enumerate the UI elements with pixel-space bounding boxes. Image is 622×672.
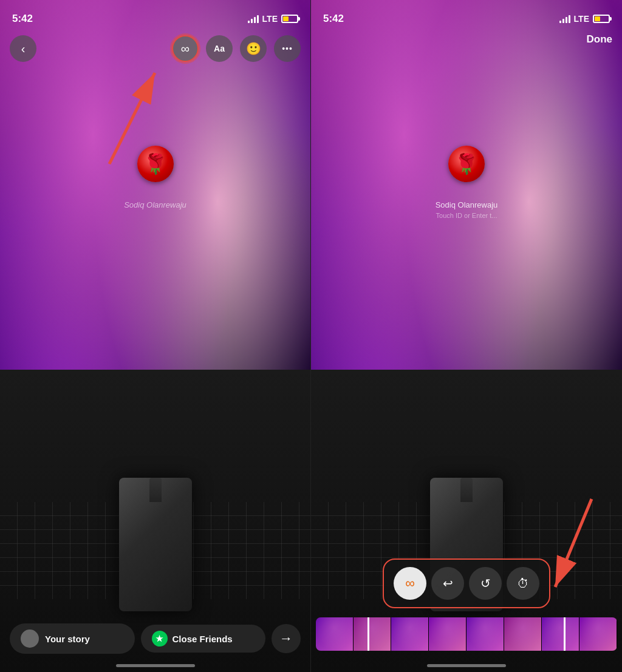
timeline-thumb-5 — [466, 617, 504, 651]
lte-label-left: LTE — [262, 14, 278, 24]
bottom-bar-left: Your story ★ Close Friends → — [0, 623, 310, 654]
username-right-text: Sodiq Olanrewaju — [436, 200, 498, 209]
left-phone-panel: 5:42 LTE ‹ ∞ Aa — [0, 0, 311, 672]
your-story-label: Your story — [45, 634, 90, 644]
rose-circle-left: 🌹 — [137, 146, 174, 182]
done-button[interactable]: Done — [587, 33, 613, 46]
infinity-icon: ∞ — [181, 42, 190, 56]
toolbar-right-buttons: ∞ Aa 🙂 ••• — [172, 35, 301, 62]
username-left: Sodiq Olanrewaju — [124, 200, 186, 209]
more-button[interactable]: ••• — [274, 35, 301, 62]
timeline-thumb-4 — [429, 617, 466, 651]
rose-decoration-left: 🌹 — [137, 146, 174, 182]
home-indicator-right — [427, 664, 506, 667]
status-bar-right: 5:42 LTE — [311, 0, 622, 30]
back-icon: ‹ — [21, 42, 26, 56]
timeline-thumb-1 — [316, 617, 354, 651]
timeline-handle-right[interactable] — [564, 617, 566, 651]
text-button[interactable]: Aa — [206, 35, 233, 62]
loop-rewind-icon: ↺ — [480, 576, 491, 591]
time-right: 5:42 — [323, 13, 344, 25]
timeline-handle-left[interactable] — [367, 617, 369, 651]
status-bar-left: 5:42 LTE — [0, 0, 310, 30]
loop-timer-icon: ⏱ — [517, 577, 529, 591]
send-icon: → — [279, 631, 293, 647]
loop-boomerang-button[interactable]: ↩ — [431, 567, 464, 600]
your-story-button[interactable]: Your story — [10, 623, 135, 654]
loop-infinity-icon: ∞ — [405, 575, 415, 591]
signal-icon-right — [559, 15, 570, 23]
toolbar-left: ‹ ∞ Aa 🙂 ••• — [0, 30, 310, 67]
timeline-thumb-2 — [354, 617, 391, 651]
text-icon: Aa — [214, 44, 225, 53]
close-friends-button[interactable]: ★ Close Friends — [141, 625, 266, 653]
send-button[interactable]: → — [272, 624, 301, 653]
status-icons-right: LTE — [559, 14, 610, 24]
signal-icon-left — [248, 15, 259, 23]
time-left: 5:42 — [12, 13, 33, 25]
phone-stand-left — [119, 478, 192, 611]
loop-infinity-button[interactable]: ∞ — [394, 567, 426, 600]
lte-label-right: LTE — [574, 14, 589, 24]
infinity-button[interactable]: ∞ — [172, 35, 199, 62]
timeline-thumb-6 — [504, 617, 542, 651]
status-icons-left: LTE — [248, 14, 298, 24]
rose-decoration-right: 🌹 — [448, 146, 485, 182]
close-friends-label: Close Friends — [173, 634, 233, 644]
story-avatar — [21, 630, 39, 648]
done-label: Done — [587, 33, 613, 45]
battery-icon-left — [281, 15, 298, 23]
username-right: Sodiq Olanrewaju Touch ID or Enter t... — [436, 200, 498, 219]
right-phone-panel: 5:42 LTE Done 🌹 Sodiq Olanrewaju Touch I… — [311, 0, 622, 672]
rose-circle-right: 🌹 — [448, 146, 485, 182]
loop-rewind-button[interactable]: ↺ — [469, 567, 502, 600]
close-friends-icon: ★ — [152, 631, 168, 647]
back-button[interactable]: ‹ — [10, 35, 36, 62]
loop-toolbar: ∞ ↩ ↺ ⏱ — [383, 558, 550, 608]
sticker-icon: 🙂 — [246, 41, 261, 56]
timeline-strip[interactable] — [316, 617, 617, 651]
loop-boomerang-icon: ↩ — [443, 576, 453, 591]
sticker-button[interactable]: 🙂 — [240, 35, 267, 62]
timeline-thumb-8 — [579, 617, 617, 651]
subtext-right: Touch ID or Enter t... — [436, 212, 498, 219]
loop-timer-button[interactable]: ⏱ — [507, 567, 539, 600]
home-indicator-left — [116, 664, 195, 667]
more-icon: ••• — [282, 44, 293, 53]
timeline-thumb-7 — [542, 617, 579, 651]
timeline-thumb-3 — [391, 617, 429, 651]
battery-icon-right — [593, 15, 610, 23]
